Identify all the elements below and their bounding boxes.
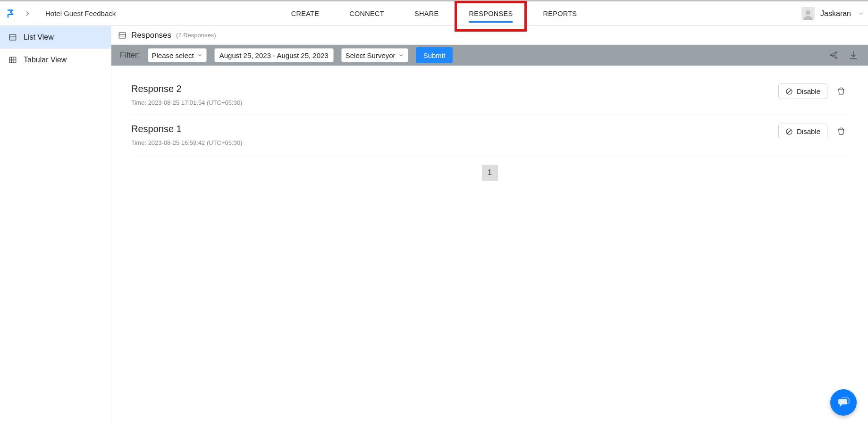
svg-point-17 — [844, 402, 845, 402]
filter-type-value: Please select — [152, 51, 194, 59]
filter-surveyor-select[interactable]: Select Surveyor — [341, 48, 408, 62]
trash-icon — [836, 126, 846, 136]
chat-icon — [837, 396, 850, 409]
disable-label: Disable — [797, 127, 820, 135]
responses-list: Response 2 Time: 2023-08-25 17:01:54 (UT… — [111, 66, 868, 181]
response-row: Response 2 Time: 2023-08-25 17:01:54 (UT… — [131, 75, 848, 115]
svg-point-15 — [842, 402, 843, 402]
svg-point-0 — [806, 10, 810, 15]
svg-rect-8 — [119, 33, 126, 38]
filter-date-value: August 25, 2023 - August 25, 2023 — [219, 51, 329, 59]
response-title[interactable]: Response 2 — [131, 84, 772, 94]
filter-date-range[interactable]: August 25, 2023 - August 25, 2023 — [214, 48, 334, 62]
delete-button[interactable] — [834, 124, 848, 136]
nav-reports[interactable]: REPORTS — [539, 2, 581, 25]
response-timestamp: Time: 2023-08-25 17:01:54 (UTC+05:30) — [131, 99, 772, 106]
page-title: Responses — [131, 31, 171, 40]
response-timestamp: Time: 2023-08-25 16:59:42 (UTC+05:30) — [131, 139, 772, 146]
filter-bar: Filter: Please select August 25, 2023 - … — [111, 45, 868, 66]
page-header: Responses (2 Responses) — [111, 26, 868, 45]
svg-rect-1 — [9, 34, 16, 40]
svg-line-12 — [787, 90, 791, 93]
avatar — [801, 7, 815, 20]
download-icon[interactable] — [847, 49, 860, 61]
sidebar-item-list-view[interactable]: List View — [0, 26, 111, 49]
app-logo[interactable] — [0, 8, 21, 19]
response-row: Response 1 Time: 2023-08-25 16:59:42 (UT… — [131, 115, 848, 155]
filter-label: Filter: — [120, 50, 140, 60]
chevron-down-icon — [859, 11, 863, 16]
user-area[interactable]: Jaskaran — [801, 7, 868, 20]
page-count: (2 Responses) — [176, 32, 216, 39]
nav-share[interactable]: SHARE — [411, 2, 442, 25]
nav-responses[interactable]: RESPONSES — [465, 2, 516, 25]
svg-point-16 — [843, 402, 844, 402]
filter-type-select[interactable]: Please select — [148, 48, 207, 62]
chat-fab[interactable] — [830, 389, 857, 416]
disable-button[interactable]: Disable — [778, 124, 827, 139]
send-icon[interactable] — [827, 49, 840, 61]
svg-line-14 — [787, 130, 791, 134]
pagination: 1 — [131, 165, 848, 181]
response-title[interactable]: Response 1 — [131, 124, 772, 134]
page-number-current[interactable]: 1 — [482, 165, 498, 181]
disable-label: Disable — [797, 87, 820, 95]
survey-title[interactable]: Hotel Guest Feedback — [45, 9, 116, 17]
sidebar: List View Tabular View — [0, 26, 111, 427]
disable-icon — [785, 88, 793, 95]
main-panel: Responses (2 Responses) Filter: Please s… — [111, 26, 868, 427]
sidebar-item-tabular-view[interactable]: Tabular View — [0, 49, 111, 71]
filter-surveyor-value: Select Surveyor — [346, 51, 396, 59]
trash-icon — [836, 86, 846, 96]
submit-button[interactable]: Submit — [416, 47, 453, 63]
disable-icon — [785, 128, 793, 135]
breadcrumb-chevron-icon[interactable] — [21, 10, 34, 17]
nav-connect[interactable]: CONNECT — [346, 2, 388, 25]
list-icon — [8, 33, 17, 42]
main-nav: CREATE CONNECT SHARE RESPONSES REPORTS — [287, 0, 581, 26]
sidebar-item-label: Tabular View — [24, 56, 67, 64]
disable-button[interactable]: Disable — [778, 84, 827, 99]
topbar: Hotel Guest Feedback CREATE CONNECT SHAR… — [0, 0, 868, 26]
username: Jaskaran — [820, 9, 851, 18]
sidebar-item-label: List View — [24, 33, 54, 42]
nav-create[interactable]: CREATE — [287, 2, 323, 25]
chevron-down-icon — [398, 52, 404, 58]
list-icon — [118, 31, 126, 40]
chevron-down-icon — [197, 52, 202, 58]
delete-button[interactable] — [834, 84, 848, 96]
grid-icon — [8, 56, 17, 64]
layout: List View Tabular View Responses (2 Resp… — [0, 26, 868, 427]
